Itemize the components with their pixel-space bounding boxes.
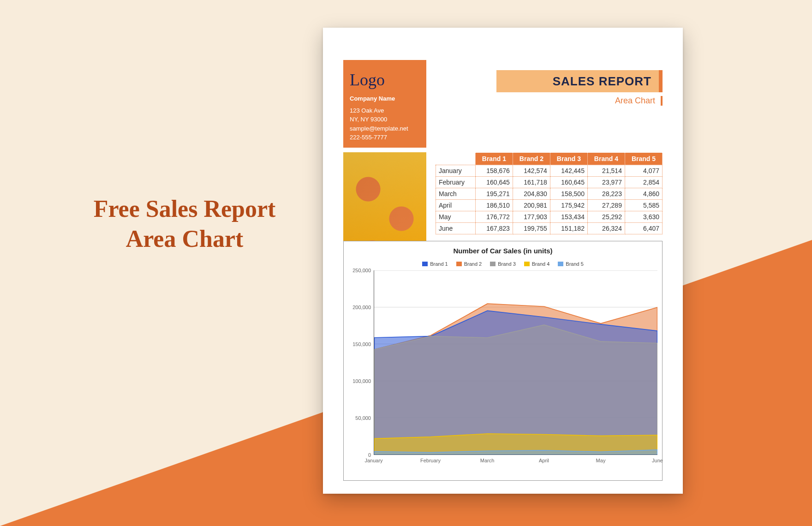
table-row: February160,645161,718160,64523,9772,854 [436,177,663,188]
table-cell: 2,854 [625,177,662,188]
table-header: Brand 5 [625,153,662,165]
chart-legend: Brand 1Brand 2Brand 3Brand 4Brand 5 [348,261,657,267]
x-axis-labels: JanuaryFebruaryMarchAprilMayJune [374,458,657,465]
company-address-1: 123 Oak Ave [350,106,420,115]
table-cell: June [436,223,476,234]
chart-title: Number of Car Sales (in units) [348,247,657,255]
company-name: Company Name [350,94,420,103]
legend-item: Brand 1 [422,261,448,267]
table-cell: April [436,200,476,211]
chart-container: Number of Car Sales (in units) Brand 1Br… [343,241,663,481]
table-cell: 167,823 [475,223,513,234]
table-cell: 5,585 [625,200,662,211]
table-cell: 142,445 [550,165,587,177]
table-cell: 4,077 [625,165,662,177]
table-cell: 160,645 [550,177,587,188]
sales-table: Brand 1Brand 2Brand 3Brand 4Brand 5 Janu… [436,152,663,234]
table-cell: 177,903 [513,211,550,223]
table-cell: 6,407 [625,223,662,234]
table-row: January158,676142,574142,44521,5144,077 [436,165,663,177]
document-page: Logo Company Name 123 Oak Ave NY, NY 930… [323,28,683,494]
table-cell: 151,182 [550,223,587,234]
table-cell: 4,860 [625,188,662,200]
table-cell: 195,271 [475,188,513,200]
company-block: Logo Company Name 123 Oak Ave NY, NY 930… [343,60,426,148]
table-row: June167,823199,755151,18226,3246,407 [436,223,663,234]
table-cell: 28,223 [587,188,625,200]
table-cell: 176,772 [475,211,513,223]
table-header: Brand 3 [550,153,587,165]
table-row: April186,510200,981175,94227,2895,585 [436,200,663,211]
table-header [436,153,476,165]
legend-item: Brand 5 [558,261,584,267]
legend-item: Brand 3 [490,261,516,267]
report-title: SALES REPORT [496,70,663,92]
headline-line-1: Free Sales Report [94,196,276,222]
company-email: sample@template.net [350,124,420,133]
table-header: Brand 4 [587,153,625,165]
table-cell: 199,755 [513,223,550,234]
table-cell: 3,630 [625,211,662,223]
table-cell: January [436,165,476,177]
legend-item: Brand 2 [456,261,482,267]
table-cell: 186,510 [475,200,513,211]
plot-area [374,270,657,455]
table-row: May176,772177,903153,43425,2923,630 [436,211,663,223]
table-cell: 142,574 [513,165,550,177]
company-address-2: NY, NY 93000 [350,115,420,124]
table-cell: 23,977 [587,177,625,188]
table-cell: 161,718 [513,177,550,188]
table-cell: 27,289 [587,200,625,211]
report-subtitle: Area Chart [615,96,663,106]
table-cell: May [436,211,476,223]
stage: Free Sales Report Area Chart Logo Compan… [0,0,812,526]
table-cell: 153,434 [550,211,587,223]
logo-text: Logo [350,67,420,92]
table-header: Brand 2 [513,153,550,165]
table-cell: 25,292 [587,211,625,223]
table-cell: 204,830 [513,188,550,200]
headline-line-2: Area Chart [126,226,244,252]
table-header: Brand 1 [475,153,513,165]
legend-item: Brand 4 [524,261,550,267]
table-cell: 160,645 [475,177,513,188]
table-cell: 21,514 [587,165,625,177]
table-cell: February [436,177,476,188]
table-cell: 26,324 [587,223,625,234]
table-cell: 200,981 [513,200,550,211]
table-cell: 158,676 [475,165,513,177]
table-cell: 175,942 [550,200,587,211]
table-cell: March [436,188,476,200]
y-axis-labels: 050,000100,000150,000200,000250,000 [348,270,374,455]
promo-headline: Free Sales Report Area Chart [55,194,314,254]
table-row: March195,271204,830158,50028,2234,860 [436,188,663,200]
company-phone: 222-555-7777 [350,133,420,142]
table-cell: 158,500 [550,188,587,200]
